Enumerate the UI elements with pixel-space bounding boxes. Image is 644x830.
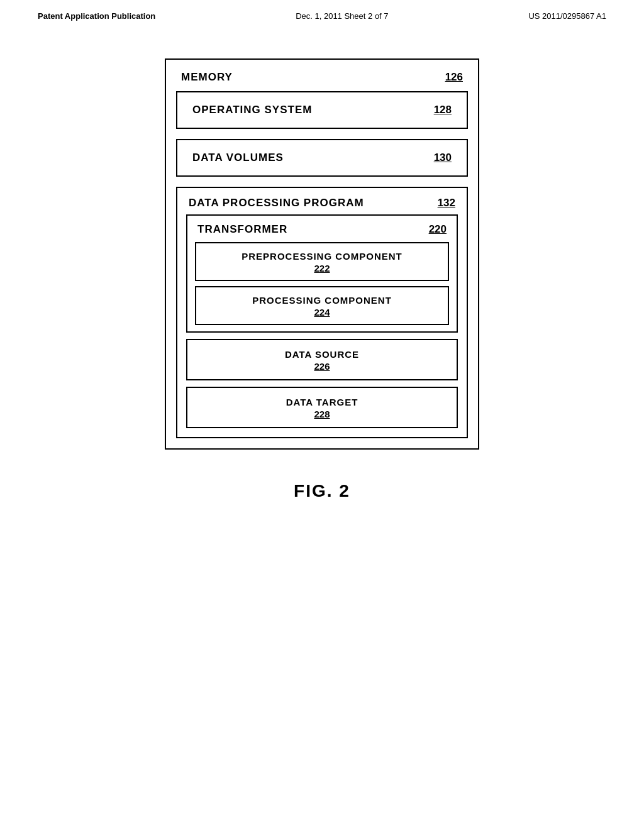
dpp-ref: 132 [438,197,455,209]
data-volumes-ref: 130 [434,152,452,164]
transformer-ref: 220 [429,223,447,236]
header-right: US 2011/0295867 A1 [528,11,606,21]
diagram-area: MEMORY 126 OPERATING SYSTEM 128 DATA VOL… [0,21,644,450]
preprocessing-component-box: PREPROCESSING COMPONENT 222 [195,242,449,281]
operating-system-box: OPERATING SYSTEM 128 [176,91,468,129]
transformer-header-row: TRANSFORMER 220 [187,216,457,238]
data-source-label: DATA SOURCE [197,349,447,360]
memory-row: MEMORY 126 [166,60,478,91]
transformer-label: TRANSFORMER [197,223,287,236]
data-target-box: DATA TARGET 228 [186,387,458,428]
data-processing-program-box: DATA PROCESSING PROGRAM 132 TRANSFORMER … [176,187,468,438]
dpp-label: DATA PROCESSING PROGRAM [189,197,364,209]
dpp-header-row: DATA PROCESSING PROGRAM 132 [177,188,467,214]
processing-component-label: PROCESSING COMPONENT [206,295,438,306]
operating-system-label: OPERATING SYSTEM [192,104,312,116]
data-target-ref: 228 [197,409,447,419]
operating-system-ref: 128 [434,104,452,116]
data-source-box: DATA SOURCE 226 [186,339,458,380]
data-volumes-label: DATA VOLUMES [192,152,284,164]
memory-box: MEMORY 126 OPERATING SYSTEM 128 DATA VOL… [165,58,479,450]
header-left: Patent Application Publication [38,11,155,21]
operating-system-row: OPERATING SYSTEM 128 [177,92,467,128]
processing-component-ref: 224 [206,307,438,318]
memory-label: MEMORY [181,71,233,84]
page-header: Patent Application Publication Dec. 1, 2… [0,0,644,21]
memory-ref: 126 [445,71,463,84]
figure-caption: FIG. 2 [0,481,644,501]
data-target-label: DATA TARGET [197,397,447,407]
preprocessing-component-label: PREPROCESSING COMPONENT [206,251,438,262]
preprocessing-component-ref: 222 [206,263,438,274]
data-source-ref: 226 [197,361,447,372]
transformer-box: TRANSFORMER 220 PREPROCESSING COMPONENT … [186,214,458,333]
figure-caption-text: FIG. 2 [294,481,350,501]
data-volumes-row: DATA VOLUMES 130 [177,140,467,175]
processing-component-box: PROCESSING COMPONENT 224 [195,286,449,325]
header-center: Dec. 1, 2011 Sheet 2 of 7 [296,11,388,21]
data-volumes-box: DATA VOLUMES 130 [176,139,468,177]
page: Patent Application Publication Dec. 1, 2… [0,0,644,830]
